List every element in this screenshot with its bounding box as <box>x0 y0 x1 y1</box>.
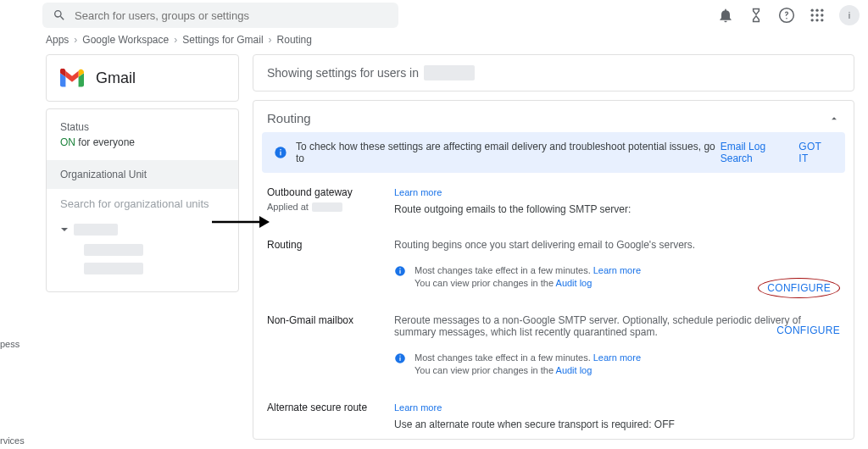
org-unit-header: Organizational Unit <box>47 160 238 189</box>
altsecure-label: Alternate secure route <box>267 402 394 413</box>
nongmail-note1-link[interactable]: Learn more <box>593 352 641 363</box>
hourglass-icon[interactable] <box>748 7 765 24</box>
svg-point-4 <box>815 14 818 16</box>
svg-rect-11 <box>280 149 281 150</box>
cropped-side-text: rvices <box>0 435 25 446</box>
section-outbound-gateway: Outbound gateway Applied at Learn more R… <box>253 173 854 215</box>
breadcrumb: Apps› Google Workspace› Settings for Gma… <box>0 30 868 54</box>
routing-audit-log-link[interactable]: Audit log <box>556 278 593 288</box>
info-banner: To check how these settings are affectin… <box>262 132 845 173</box>
annotation-arrow-icon <box>210 212 270 232</box>
nongmail-audit-log-link[interactable]: Audit log <box>556 365 593 375</box>
help-icon[interactable] <box>778 7 795 24</box>
outbound-learn-more-link[interactable]: Learn more <box>394 187 442 197</box>
section-non-gmail-mailbox: Non-Gmail mailbox Reroute messages to a … <box>253 291 854 378</box>
nongmail-desc: Reroute messages to a non-Google SMTP se… <box>394 314 840 338</box>
org-tree-root[interactable] <box>60 224 225 236</box>
settings-scope-prefix: Showing settings for users in <box>267 66 419 80</box>
collapse-icon[interactable] <box>828 113 840 125</box>
nongmail-note1: Most changes take effect in a few minute… <box>415 352 591 363</box>
status-card: Status ON for everyone Organizational Un… <box>46 108 239 292</box>
settings-scope-value-redacted <box>424 65 475 80</box>
routing-card: Routing To check how these settings are … <box>253 100 854 440</box>
status-suffix: for everyone <box>75 136 135 148</box>
got-it-button[interactable]: GOT IT <box>798 141 833 164</box>
svg-point-3 <box>811 14 814 16</box>
breadcrumb-current: Routing <box>277 34 312 46</box>
email-log-search-link[interactable]: Email Log Search <box>721 141 799 164</box>
caret-down-icon <box>60 225 69 234</box>
altsecure-desc: Use an alternate route when secure trans… <box>394 419 840 430</box>
svg-rect-17 <box>399 355 400 356</box>
org-child-redacted[interactable] <box>84 263 143 274</box>
search-input[interactable] <box>75 9 388 22</box>
notifications-icon[interactable] <box>717 7 734 24</box>
apps-grid-icon[interactable] <box>809 7 826 24</box>
svg-point-8 <box>821 19 823 21</box>
outbound-applied-value-redacted <box>312 202 342 212</box>
section-alternate-secure-route: Alternate secure route Learn more Use an… <box>253 378 854 430</box>
outbound-desc: Route outgoing emails to the following S… <box>394 203 840 215</box>
routing-note2: You can view prior changes in the <box>415 278 554 288</box>
svg-rect-16 <box>399 358 400 361</box>
svg-rect-10 <box>280 152 281 156</box>
info-icon <box>394 352 406 364</box>
routing-note1: Most changes take effect in a few minute… <box>415 265 591 275</box>
svg-point-1 <box>815 9 818 12</box>
svg-marker-19 <box>259 216 270 228</box>
routing-desc: Routing begins once you start delivering… <box>394 239 840 251</box>
cropped-side-text: pess <box>0 339 19 349</box>
svg-point-2 <box>821 9 823 12</box>
breadcrumb-workspace[interactable]: Google Workspace <box>82 34 169 46</box>
altsecure-learn-more-link[interactable]: Learn more <box>394 402 442 413</box>
svg-rect-13 <box>399 270 400 274</box>
info-icon <box>274 146 287 159</box>
gmail-header-card: Gmail <box>46 54 239 102</box>
svg-point-6 <box>811 19 814 21</box>
outbound-applied-at: Applied at <box>267 202 309 212</box>
org-child-redacted[interactable] <box>84 244 143 256</box>
section-routing: Routing Routing begins once you start de… <box>253 215 854 291</box>
banner-text: To check how these settings are affectin… <box>296 141 717 164</box>
routing-note1-link[interactable]: Learn more <box>593 265 641 275</box>
svg-rect-14 <box>399 269 400 269</box>
org-root-name-redacted <box>74 224 118 236</box>
status-on-text: ON <box>60 136 75 148</box>
svg-point-5 <box>821 14 823 16</box>
settings-scope-header: Showing settings for users in <box>253 54 854 91</box>
status-label: Status <box>60 121 225 133</box>
nongmail-configure-button[interactable]: CONFIGURE <box>776 324 840 336</box>
nongmail-label: Non-Gmail mailbox <box>267 314 394 326</box>
profile-avatar[interactable]: i <box>839 5 860 25</box>
breadcrumb-settings-gmail[interactable]: Settings for Gmail <box>182 34 263 46</box>
svg-point-7 <box>815 19 818 21</box>
outbound-label: Outbound gateway <box>267 186 394 198</box>
svg-point-0 <box>811 9 814 12</box>
search-icon <box>53 8 66 22</box>
nongmail-note2: You can view prior changes in the <box>415 365 554 375</box>
routing-card-title: Routing <box>267 111 311 125</box>
gmail-logo-icon <box>60 69 84 87</box>
global-search[interactable] <box>42 3 398 28</box>
info-icon <box>394 265 406 277</box>
page-title: Gmail <box>96 69 136 87</box>
routing-label: Routing <box>267 239 394 251</box>
breadcrumb-apps[interactable]: Apps <box>46 34 69 46</box>
